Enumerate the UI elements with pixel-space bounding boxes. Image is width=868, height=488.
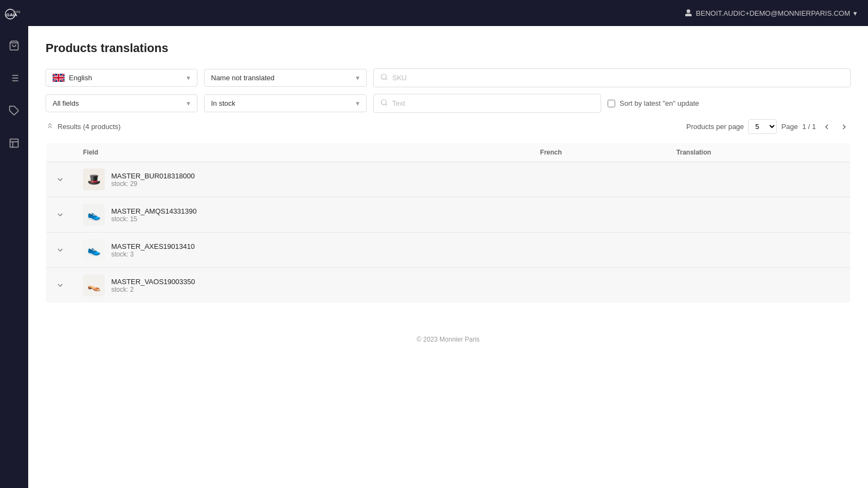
sku-search-box [373, 68, 851, 87]
user-chevron: ▾ [853, 9, 857, 17]
svg-point-14 [381, 74, 386, 79]
product-stock: stock: 2 [111, 286, 195, 293]
svg-point-12 [687, 10, 690, 12]
uk-flag-icon [53, 74, 65, 82]
topbar: BENOIT.AUDIC+DEMO@MONNIERPARIS.COM ▾ [28, 0, 868, 26]
stock-chevron: ▾ [356, 99, 360, 107]
svg-rect-11 [10, 139, 18, 147]
language-value: English [69, 74, 92, 82]
sidebar: GAIA SUITE [0, 0, 28, 488]
translation-status-chevron: ▾ [356, 74, 360, 82]
product-thumbnail: 👟 [83, 204, 105, 226]
svg-text:SUITE: SUITE [13, 11, 20, 14]
page-title: Products translations [46, 41, 851, 55]
results-summary: Results (4 products) [58, 123, 120, 131]
product-cell: 👟 MASTER_AXES19013410 stock: 3 [83, 239, 523, 261]
product-info: MASTER_BUR018318000 stock: 29 [111, 172, 195, 188]
table-row: 🎩 MASTER_BUR018318000 stock: 29 [46, 162, 851, 197]
stock-value: In stock [211, 99, 235, 107]
per-page-label: Products per page [686, 123, 744, 131]
product-translation [668, 268, 851, 303]
pagination-controls: Products per page 5 10 25 Page 1 / 1 [686, 119, 851, 134]
product-thumbnail: 👟 [83, 239, 105, 261]
translation-status-select[interactable]: Name not translated ▾ [204, 69, 367, 87]
product-cell: 🎩 MASTER_BUR018318000 stock: 29 [83, 169, 523, 190]
page-label: Page [781, 123, 797, 131]
svg-line-17 [386, 104, 387, 106]
product-translation [668, 197, 851, 233]
text-search-icon [380, 99, 388, 108]
product-info: MASTER_AXES19013410 stock: 3 [111, 242, 195, 258]
product-sku: MASTER_BUR018318000 [111, 172, 195, 180]
table-row: 👡 MASTER_VAOS19003350 stock: 2 [46, 268, 851, 303]
product-french [532, 233, 668, 268]
product-stock: stock: 29 [111, 180, 195, 188]
products-table: Field French Translation 🎩 MASTER_BUR018… [46, 143, 851, 303]
footer-text: © 2023 Monnier Paris [417, 336, 480, 343]
product-thumbnail: 🎩 [83, 169, 105, 190]
fields-chevron: ▾ [187, 99, 190, 107]
filter-row-2: All fields ▾ In stock ▾ [46, 94, 851, 113]
svg-point-16 [381, 100, 386, 105]
language-chevron: ▾ [187, 74, 190, 82]
product-translation [668, 162, 851, 197]
table-row: 👟 MASTER_AXES19013410 stock: 3 [46, 233, 851, 268]
expand-button[interactable] [55, 209, 66, 220]
col-french: French [532, 143, 668, 162]
main-content: Products translations English ▾ [28, 26, 868, 488]
sidebar-item-shopping[interactable] [4, 36, 24, 55]
col-translation: Translation [668, 143, 851, 162]
text-search-box [373, 94, 601, 113]
prev-page-button[interactable] [820, 120, 833, 133]
page-value: 1 / 1 [802, 123, 816, 131]
user-email: BENOIT.AUDIC+DEMO@MONNIERPARIS.COM [696, 9, 850, 17]
sort-checkbox-area: Sort by latest "en" update [608, 99, 699, 107]
expand-button[interactable] [55, 174, 66, 185]
product-french [532, 162, 668, 197]
sort-checkbox[interactable] [608, 100, 615, 107]
sidebar-item-building[interactable] [4, 133, 24, 153]
product-cell: 👡 MASTER_VAOS19003350 stock: 2 [83, 274, 523, 296]
controls-row: Results (4 products) Products per page 5… [46, 119, 851, 134]
sidebar-item-tags[interactable] [4, 101, 24, 120]
sidebar-item-list[interactable] [4, 68, 24, 88]
next-page-button[interactable] [838, 120, 851, 133]
product-translation [668, 233, 851, 268]
product-stock: stock: 15 [111, 215, 197, 223]
product-cell: 👟 MASTER_AMQS14331390 stock: 15 [83, 204, 523, 226]
col-field: Field [74, 143, 532, 162]
svg-line-15 [386, 79, 387, 80]
product-info: MASTER_VAOS19003350 stock: 2 [111, 278, 195, 293]
product-stock: stock: 3 [111, 251, 195, 258]
col-expand [46, 143, 75, 162]
stock-select[interactable]: In stock ▾ [204, 94, 367, 112]
sort-label: Sort by latest "en" update [620, 99, 699, 107]
fields-select[interactable]: All fields ▾ [46, 94, 197, 112]
per-page-select[interactable]: 5 10 25 [748, 119, 777, 134]
product-info: MASTER_AMQS14331390 stock: 15 [111, 207, 197, 223]
results-count: Results (4 products) [46, 121, 120, 132]
translation-status-value: Name not translated [211, 74, 275, 82]
table-row: 👟 MASTER_AMQS14331390 stock: 15 [46, 197, 851, 233]
product-sku: MASTER_AMQS14331390 [111, 207, 197, 215]
product-french [532, 197, 668, 233]
expand-button[interactable] [55, 280, 66, 291]
product-thumbnail: 👡 [83, 274, 105, 296]
expand-button[interactable] [55, 245, 66, 255]
footer: © 2023 Monnier Paris [46, 325, 851, 354]
filter-row-1: English ▾ Name not translated ▾ [46, 68, 851, 87]
fields-value: All fields [53, 99, 79, 107]
sku-search-icon [380, 73, 388, 82]
product-sku: MASTER_AXES19013410 [111, 242, 195, 251]
sku-search-input[interactable] [392, 74, 844, 82]
user-menu[interactable]: BENOIT.AUDIC+DEMO@MONNIERPARIS.COM ▾ [684, 9, 857, 17]
product-french [532, 268, 668, 303]
app-logo: GAIA SUITE [2, 7, 26, 23]
language-select[interactable]: English ▾ [46, 69, 197, 87]
table-header: Field French Translation [46, 143, 851, 162]
text-search-input[interactable] [392, 99, 594, 107]
sort-order-icon[interactable] [46, 121, 54, 132]
product-sku: MASTER_VAOS19003350 [111, 278, 195, 286]
